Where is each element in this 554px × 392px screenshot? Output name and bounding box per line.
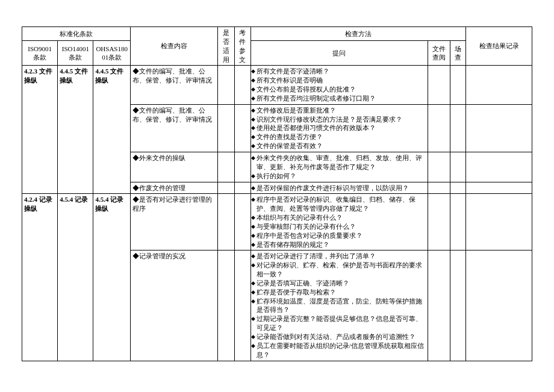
cell-questions: 是否对记录进行了清理，并列出了清单？对记录的标识、贮存、检索、保护是否与书面程序… <box>251 250 428 361</box>
cell-site-check <box>450 182 465 194</box>
header-iso14001: ISO14001 条款 <box>58 41 93 66</box>
cell-content: ◆外来文件的操纵 <box>130 152 217 182</box>
table-row: 4.2.4 记录操纵4.5.4 记录4.5.4 记录操纵◆是否有对记录进行管理的… <box>22 194 532 250</box>
cell-doc-review <box>428 194 450 250</box>
cell-iso9001: 4.2.3 文件操纵 <box>22 66 58 194</box>
header-iso9001: ISO9001 条款 <box>22 41 58 66</box>
header-method-group: 检查方法 <box>251 27 466 41</box>
cell-doc-review <box>428 66 450 104</box>
cell-iso9001: 4.2.4 记录操纵 <box>22 194 58 361</box>
cell-iso14001: 4.4.5 文件操纵 <box>58 66 93 194</box>
audit-checklist-table: 标准化条款 检查内容 是否适用 考件参文 检查方法 检查结果记录 ISO9001… <box>22 26 532 361</box>
cell-applicable <box>217 194 235 250</box>
cell-applicable <box>217 66 235 104</box>
cell-result <box>466 182 532 194</box>
cell-applicable <box>217 250 235 361</box>
cell-questions: 外来文件夹的收集、审查、批准、归档、发放、使用、评审、更新、补充与作废等是否作了… <box>251 152 428 182</box>
cell-content: ◆作废文件的管理 <box>130 182 217 194</box>
cell-doc-review <box>428 182 450 194</box>
cell-doc-review <box>428 250 450 361</box>
header-result: 检查结果记录 <box>466 27 532 66</box>
cell-ref <box>235 182 251 194</box>
cell-questions: 程序中是否对记录的标识、收集编目、归档、储存、保护、查阅、处置等管理内容做了规定… <box>251 194 428 250</box>
cell-result <box>466 152 532 182</box>
header-ohsas: OHSAS18001条款 <box>93 41 130 66</box>
cell-iso14001: 4.5.4 记录 <box>58 194 93 361</box>
header-applicable: 是否适用 <box>217 27 235 66</box>
cell-content: ◆是否有对记录进行管理的程序 <box>130 194 217 250</box>
table-row: 4.2.3 文件操纵4.4.5 文件操纵4.4.5 文件操纵◆文件的编写、批准、… <box>22 66 532 104</box>
header-ref: 考件参文 <box>235 27 251 66</box>
cell-ohsas: 4.5.4 记录操纵 <box>93 194 130 361</box>
cell-result <box>466 104 532 152</box>
cell-content: ◆文件的编写、批准、公布、保管、修订、评审情况 <box>130 104 217 152</box>
cell-result <box>466 66 532 104</box>
cell-applicable <box>217 104 235 152</box>
cell-doc-review <box>428 152 450 182</box>
header-content: 检查内容 <box>130 27 217 66</box>
cell-ref <box>235 104 251 152</box>
header-question: 提问 <box>251 41 428 66</box>
cell-questions: 文件修改后是否重新批准？识别文件现行修改状态的方法是？是否满足要求？使用处是否都… <box>251 104 428 152</box>
cell-site-check <box>450 104 465 152</box>
cell-site-check <box>450 194 465 250</box>
cell-site-check <box>450 250 465 361</box>
cell-doc-review <box>428 104 450 152</box>
header-doc-review: 文件查阅 <box>428 41 450 66</box>
header-std-group: 标准化条款 <box>22 27 131 41</box>
cell-result <box>466 194 532 250</box>
cell-content: ◆文件的编写、批准、公布、保管、修订、评审情况 <box>130 66 217 104</box>
cell-ref <box>235 194 251 250</box>
cell-questions: 是否对保留的作废文件进行标识与管理，以防误用？ <box>251 182 428 194</box>
cell-ohsas: 4.4.5 文件操纵 <box>93 66 130 194</box>
cell-applicable <box>217 152 235 182</box>
cell-content: ◆记录管理的实况 <box>130 250 217 361</box>
cell-site-check <box>450 152 465 182</box>
cell-result <box>466 250 532 361</box>
cell-site-check <box>450 66 465 104</box>
header-site-check: 场查 <box>450 41 465 66</box>
cell-applicable <box>217 182 235 194</box>
cell-ref <box>235 66 251 104</box>
cell-ref <box>235 250 251 361</box>
cell-questions: 所有文件是否字迹清晰？所有文件标识是否明确文件公布前是否得授权人的批准？所有文件… <box>251 66 428 104</box>
cell-ref <box>235 152 251 182</box>
